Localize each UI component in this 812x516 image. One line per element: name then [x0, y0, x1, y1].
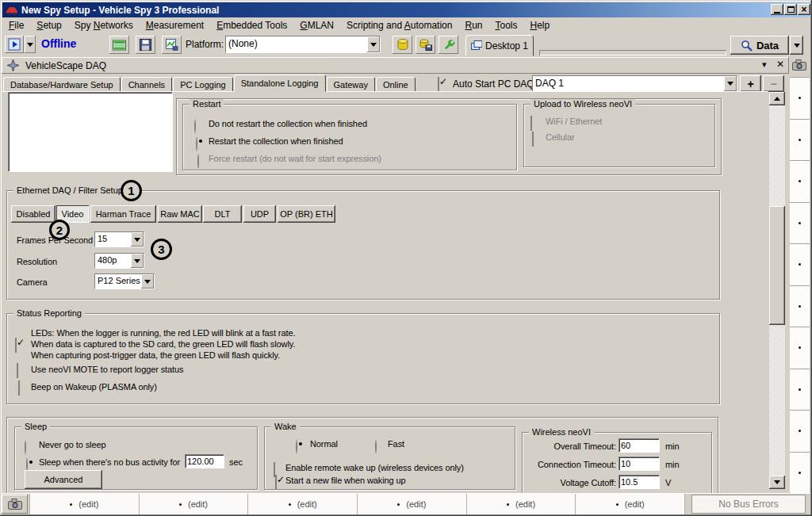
platform-select[interactable]: (None): [225, 36, 381, 53]
auto-start-pc-daq-checkbox[interactable]: [438, 77, 439, 92]
menu-setup[interactable]: Setup: [34, 19, 63, 32]
log-data-button[interactable]: [162, 36, 182, 54]
camera-select[interactable]: P12 Series: [94, 273, 155, 289]
dock-slot[interactable]: [790, 244, 810, 286]
tools-wrench-button[interactable]: [439, 36, 458, 54]
camera-icon[interactable]: [2, 495, 28, 514]
minimize-button[interactable]: [771, 4, 783, 15]
edit-slot[interactable]: (edit): [30, 494, 140, 514]
daq-dropdown-icon[interactable]: [724, 76, 737, 91]
camera-dropdown-icon[interactable]: [141, 274, 154, 289]
panel-close-icon[interactable]: ✕: [776, 59, 784, 70]
run-dropdown-button[interactable]: [25, 36, 36, 53]
eth-mode-harman-trace-button[interactable]: Harman Trace: [90, 205, 156, 223]
radio-never-sleep-label[interactable]: Never go to sleep: [39, 440, 106, 449]
tab-online[interactable]: Online: [376, 77, 416, 92]
remove-daq-button[interactable]: −: [763, 75, 784, 92]
eth-mode-udp-button[interactable]: UDP: [243, 205, 276, 223]
dock-slot[interactable]: [790, 411, 810, 453]
sleep-timeout-input[interactable]: [185, 454, 224, 468]
tab-channels[interactable]: Channels: [121, 77, 172, 92]
edit-slot-label[interactable]: (edit): [188, 499, 208, 509]
run-button[interactable]: [5, 36, 24, 53]
dock-slot[interactable]: [790, 203, 810, 245]
new-file-wakeup-label[interactable]: Start a new file when waking up: [285, 476, 406, 485]
edit-slot-label[interactable]: (edit): [406, 499, 426, 509]
edit-slot[interactable]: (edit): [140, 494, 249, 514]
tab-pc-logging[interactable]: PC Logging: [173, 77, 233, 92]
content-scrollbar[interactable]: [769, 92, 785, 489]
menu-file[interactable]: File: [6, 19, 26, 32]
close-icon[interactable]: ×: [798, 4, 810, 15]
edit-slot-label[interactable]: (edit): [79, 499, 98, 509]
dock-slot[interactable]: [790, 369, 810, 411]
panel-menu-icon[interactable]: ▾: [762, 59, 767, 70]
eth-mode-raw-mac-button[interactable]: Raw MAC: [158, 205, 202, 223]
scroll-up-icon[interactable]: [769, 92, 785, 105]
platform-dropdown-icon[interactable]: [367, 36, 380, 52]
edit-slot[interactable]: (edit): [467, 494, 576, 514]
eth-mode-op-br-eth-button[interactable]: OP (BR) ETH: [278, 205, 335, 223]
radio-no-restart[interactable]: [194, 119, 196, 134]
scroll-down-icon[interactable]: [769, 476, 785, 489]
menu-gmlan[interactable]: GMLAN: [297, 19, 336, 32]
menu-run[interactable]: Run: [462, 19, 485, 32]
fps-dropdown-icon[interactable]: [131, 232, 144, 247]
radio-restart-label[interactable]: Restart the collection when finished: [209, 136, 343, 146]
data-button[interactable]: Data: [730, 36, 789, 55]
led-status-checkbox[interactable]: [15, 338, 17, 353]
advanced-button[interactable]: Advanced: [25, 470, 102, 489]
resolution-dropdown-icon[interactable]: [131, 254, 144, 268]
connection-timeout-input[interactable]: [619, 457, 660, 471]
remote-wakeup-label[interactable]: Enable remote wake up (wireless devices …: [285, 463, 464, 472]
collections-listbox[interactable]: [8, 92, 173, 172]
radio-no-restart-label[interactable]: Do not restart the collection when finis…: [209, 119, 367, 128]
edit-slot-label[interactable]: (edit): [297, 499, 317, 509]
eth-mode-dlt-button[interactable]: DLT: [203, 205, 242, 223]
beep-wakeup-label[interactable]: Beep on Wakeup (PLASMA only): [31, 382, 157, 392]
dock-slot[interactable]: [790, 78, 810, 120]
menu-help[interactable]: Help: [528, 19, 553, 32]
fps-select[interactable]: 15: [94, 231, 144, 247]
radio-wake-normal-label[interactable]: Normal: [310, 439, 338, 449]
tab-gateway[interactable]: Gateway: [327, 77, 375, 92]
edit-slot[interactable]: (edit): [358, 494, 467, 514]
dock-slot[interactable]: [790, 286, 810, 328]
radio-never-sleep[interactable]: [25, 440, 26, 455]
auto-start-pc-daq-label[interactable]: Auto Start PC DAQ: [453, 78, 534, 90]
tab-desktop-1[interactable]: Desktop 1: [465, 35, 534, 56]
maximize-button[interactable]: [784, 4, 797, 15]
dock-slot[interactable]: [790, 327, 810, 369]
messages-view-button[interactable]: [109, 36, 129, 54]
save-button[interactable]: [136, 36, 155, 54]
dock-slot[interactable]: [790, 120, 810, 162]
scrollbar-thumb[interactable]: [769, 206, 785, 325]
database-button[interactable]: [393, 36, 412, 54]
edit-slot-label[interactable]: (edit): [625, 499, 645, 509]
radio-restart[interactable]: [196, 136, 197, 151]
edit-slot[interactable]: (edit): [576, 494, 685, 514]
neovi-mote-label[interactable]: Use neoVI MOTE to report logger status: [31, 365, 183, 374]
add-daq-button[interactable]: +: [740, 75, 761, 92]
database-save-button[interactable]: [416, 36, 435, 54]
data-dropdown-button[interactable]: [790, 36, 803, 55]
new-file-wakeup-checkbox[interactable]: [275, 475, 277, 490]
resolution-select[interactable]: 480p: [94, 253, 144, 269]
radio-wake-normal[interactable]: [296, 439, 297, 454]
daq-select[interactable]: DAQ 1: [532, 75, 737, 92]
menu-scripting-automation[interactable]: Scripting and Automation: [344, 19, 454, 32]
tab-standalone-logging[interactable]: Standalone Logging: [234, 75, 326, 92]
overall-timeout-input[interactable]: [619, 438, 660, 453]
dock-slot[interactable]: [790, 161, 810, 203]
camera-icon[interactable]: [792, 59, 806, 75]
edit-slot[interactable]: (edit): [248, 494, 358, 514]
dock-slot[interactable]: [790, 453, 810, 495]
neovi-mote-checkbox[interactable]: [17, 363, 18, 378]
beep-wakeup-checkbox[interactable]: [18, 380, 20, 396]
menu-embedded-tools[interactable]: Embedded Tools: [214, 19, 289, 32]
radio-sleep-no-activity-label[interactable]: Sleep when there's no bus activity for: [39, 457, 180, 467]
voltage-cutoff-input[interactable]: [619, 475, 660, 489]
tab-database-hardware-setup[interactable]: Database/Hardware Setup: [3, 77, 121, 92]
edit-slot-label[interactable]: (edit): [515, 499, 535, 509]
eth-mode-disabled-button[interactable]: Disabled: [11, 205, 56, 223]
